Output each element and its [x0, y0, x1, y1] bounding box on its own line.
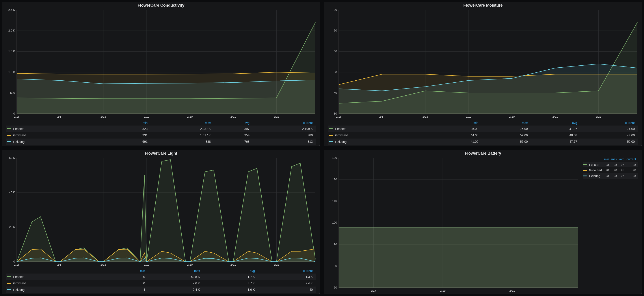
legend-value: 44.00 — [433, 132, 482, 138]
svg-text:2/19: 2/19 — [144, 263, 149, 266]
legend-value: 0 — [111, 274, 148, 280]
legend-value: 397 — [214, 126, 253, 132]
svg-text:2/19: 2/19 — [466, 115, 471, 118]
legend-series-name: Fenster — [13, 127, 24, 131]
legend-series-name: Heizung — [589, 174, 600, 178]
panel-battery[interactable]: FlowerCare Battery 7080901001101201302/1… — [324, 150, 642, 294]
legend-header[interactable]: min — [111, 268, 148, 274]
svg-text:2/17: 2/17 — [57, 263, 63, 266]
legend-header[interactable]: avg — [619, 157, 626, 162]
legend-header[interactable]: current — [253, 120, 316, 126]
legend-header[interactable]: min — [112, 120, 151, 126]
legend-row[interactable]: GrowBed07.6 K3.7 K7.4 K — [6, 280, 316, 286]
legend-header[interactable]: avg — [532, 120, 581, 126]
legend-table: minmaxavgcurrentFenster3232.237 K3972.19… — [6, 120, 316, 145]
legend-series-name: GrowBed — [13, 282, 26, 285]
svg-text:2/16: 2/16 — [14, 263, 20, 266]
legend-value: 931 — [112, 132, 151, 138]
legend-row[interactable]: Heizung41.0055.0047.7752.00 — [328, 139, 638, 145]
legend-value: 323 — [112, 126, 151, 132]
svg-text:2/16: 2/16 — [336, 115, 342, 118]
legend-header[interactable]: max — [148, 268, 204, 274]
legend-row[interactable]: Heizung98989898 — [583, 173, 638, 179]
legend-row[interactable]: Fenster98989898 — [583, 162, 638, 167]
svg-text:2/18: 2/18 — [100, 263, 106, 266]
legend-value: 691 — [112, 139, 151, 145]
legend-header[interactable]: max — [611, 157, 619, 162]
legend-row[interactable]: Fenster059.8 K11.7 K1.3 K — [6, 274, 316, 280]
svg-text:2/20: 2/20 — [187, 263, 193, 266]
legend-value: 2.4 K — [148, 287, 204, 293]
legend-value: 49.00 — [581, 132, 638, 138]
svg-text:1.0 K: 1.0 K — [8, 70, 15, 74]
panel-moisture[interactable]: FlowerCare Moisture 3040506070802/162/17… — [324, 2, 642, 146]
svg-text:2/21: 2/21 — [230, 263, 236, 266]
legend-value: 2.237 K — [151, 126, 214, 132]
legend-side: minmaxavgcurrentFenster98989898GrowBed98… — [583, 157, 638, 293]
svg-text:50: 50 — [334, 70, 337, 74]
svg-text:1.5 K: 1.5 K — [8, 49, 15, 53]
legend-row[interactable]: Heizung42.4 K1.0 K40 — [6, 287, 316, 293]
legend-value: 11.7 K — [204, 274, 258, 280]
chart-moisture[interactable]: 3040506070802/162/172/182/192/202/212/22 — [328, 8, 638, 119]
legend-value: 47.77 — [532, 139, 581, 145]
svg-text:2/20: 2/20 — [509, 115, 515, 118]
legend-header[interactable]: avg — [204, 268, 258, 274]
legend-swatch-icon — [7, 283, 11, 284]
legend-swatch-icon — [7, 277, 11, 277]
legend-header[interactable]: current — [258, 268, 316, 274]
svg-text:30: 30 — [334, 112, 337, 115]
legend-value: 52.00 — [482, 132, 532, 138]
svg-text:2/20: 2/20 — [187, 115, 193, 118]
svg-text:80: 80 — [334, 8, 337, 11]
legend-value: 41.07 — [532, 126, 581, 132]
legend-swatch-icon — [7, 128, 11, 129]
legend-value: 98 — [611, 162, 619, 167]
legend-value: 7.6 K — [148, 280, 204, 286]
legend-value: 98 — [611, 167, 619, 173]
legend-row[interactable]: GrowBed9311.017 K959980 — [6, 132, 316, 138]
svg-text:2/19: 2/19 — [440, 289, 446, 292]
panel-light[interactable]: FlowerCare Light 020 K40 K60 K2/162/172/… — [2, 150, 320, 294]
legend-header[interactable]: max — [151, 120, 214, 126]
svg-text:2/22: 2/22 — [596, 115, 601, 118]
legend-swatch-icon — [329, 128, 333, 129]
legend-row[interactable]: GrowBed44.0052.0048.6849.00 — [328, 132, 638, 138]
legend-swatch-icon — [7, 290, 11, 290]
svg-text:2/21: 2/21 — [509, 289, 515, 292]
legend-row[interactable]: Fenster35.0075.0041.0774.00 — [328, 126, 638, 132]
legend-row[interactable]: Fenster3232.237 K3972.199 K — [6, 126, 316, 132]
svg-text:70: 70 — [334, 286, 337, 289]
legend-header[interactable]: current — [626, 157, 638, 162]
svg-text:130: 130 — [332, 157, 337, 159]
legend-value: 52.00 — [581, 139, 638, 145]
svg-text:2/17: 2/17 — [371, 289, 376, 292]
panel-conductivity[interactable]: FlowerCare Conductivity 05001.0 K1.5 K2.… — [2, 2, 320, 146]
legend-header[interactable]: max — [482, 120, 532, 126]
legend-header[interactable]: min — [604, 157, 612, 162]
svg-text:100: 100 — [332, 221, 337, 224]
legend-row[interactable]: GrowBed98989898 — [583, 167, 638, 173]
legend-value: 98 — [626, 162, 638, 167]
legend-value: 980 — [253, 132, 316, 138]
legend-header[interactable]: current — [581, 120, 638, 126]
legend-header[interactable]: min — [433, 120, 482, 126]
chart-light[interactable]: 020 K40 K60 K2/162/172/182/192/202/212/2… — [6, 157, 316, 267]
legend-value: 838 — [151, 139, 214, 145]
svg-text:0: 0 — [14, 112, 15, 115]
legend-swatch-icon — [329, 135, 333, 136]
legend-value: 98 — [626, 167, 638, 173]
legend-header[interactable]: avg — [214, 120, 253, 126]
legend-value: 40 — [258, 287, 316, 293]
legend-series-name: GrowBed — [589, 169, 602, 172]
chart-conductivity[interactable]: 05001.0 K1.5 K2.0 K2.5 K2/162/172/182/19… — [6, 8, 316, 119]
panel-title: FlowerCare Battery — [324, 150, 642, 157]
svg-text:70: 70 — [334, 29, 337, 32]
legend-value: 1.3 K — [258, 274, 316, 280]
svg-text:2.0 K: 2.0 K — [8, 29, 15, 32]
legend-value: 1.017 K — [151, 132, 214, 138]
legend-row[interactable]: Heizung691838768813 — [6, 139, 316, 145]
chart-battery[interactable]: 7080901001101201302/172/192/21 — [328, 157, 579, 293]
legend-series-name: Fenster — [335, 127, 346, 131]
legend-value: 813 — [253, 139, 316, 145]
